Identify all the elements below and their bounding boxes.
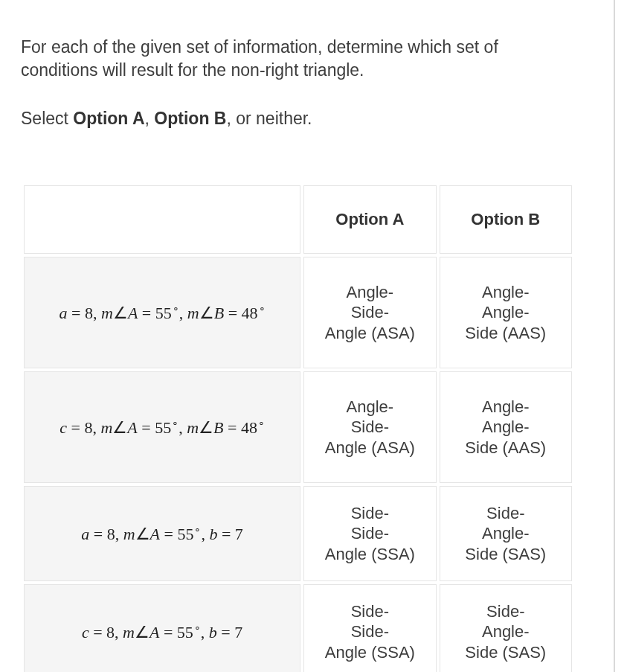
option-b-label: Angle-Angle-Side (AAS) xyxy=(465,397,546,458)
given-math: a = 8, m∠A = 55∘, b = 7 xyxy=(81,525,243,543)
table-row: a = 8, m∠A = 55∘, m∠B = 48∘ Angle-Side-A… xyxy=(24,257,572,368)
given-cell: a = 8, m∠A = 55∘, m∠B = 48∘ xyxy=(24,257,300,368)
prompt2-optA: Option A xyxy=(73,109,144,128)
table-row: c = 8, m∠A = 55∘, b = 7 Side-Side-Angle … xyxy=(24,584,572,672)
prompt2-optB: Option B xyxy=(154,109,226,128)
prompt2-sep: , xyxy=(145,109,155,128)
option-a-label: Angle-Side-Angle (ASA) xyxy=(325,282,415,344)
given-cell: c = 8, m∠A = 55∘, b = 7 xyxy=(24,584,300,672)
header-given xyxy=(24,185,300,254)
option-a-cell[interactable]: Angle-Side-Angle (ASA) xyxy=(303,257,436,368)
option-b-label: Side-Angle-Side (SAS) xyxy=(465,601,546,663)
table-row: a = 8, m∠A = 55∘, b = 7 Side-Side-Angle … xyxy=(24,486,572,581)
option-b-cell[interactable]: Angle-Angle-Side (AAS) xyxy=(440,257,572,368)
option-b-cell[interactable]: Side-Angle-Side (SAS) xyxy=(440,584,572,672)
conditions-table: Option A Option B a = 8, m∠A = 55∘, m∠B … xyxy=(21,182,575,672)
page-right-rule xyxy=(614,0,615,672)
option-a-label: Side-Side-Angle (SSA) xyxy=(325,503,415,565)
option-a-label: Angle-Side-Angle (ASA) xyxy=(325,397,415,458)
prompt2-post: , or neither. xyxy=(226,109,312,128)
table-row: c = 8, m∠A = 55∘, m∠B = 48∘ Angle-Side-A… xyxy=(24,371,572,483)
option-b-cell[interactable]: Angle-Angle-Side (AAS) xyxy=(440,371,572,483)
given-math: c = 8, m∠A = 55∘, m∠B = 48∘ xyxy=(60,418,265,437)
given-cell: a = 8, m∠A = 55∘, b = 7 xyxy=(24,486,300,581)
given-cell: c = 8, m∠A = 55∘, m∠B = 48∘ xyxy=(24,371,300,483)
option-b-label: Angle-Angle-Side (AAS) xyxy=(465,282,546,344)
option-a-cell[interactable]: Angle-Side-Angle (ASA) xyxy=(303,371,436,483)
header-option-b[interactable]: Option B xyxy=(440,185,572,254)
given-math: c = 8, m∠A = 55∘, b = 7 xyxy=(82,623,242,641)
table-header-row: Option A Option B xyxy=(24,185,572,254)
question-prompt-2: Select Option A, Option B, or neither. xyxy=(21,107,606,130)
prompt2-pre: Select xyxy=(21,109,73,128)
option-a-cell[interactable]: Side-Side-Angle (SSA) xyxy=(303,584,436,672)
question-prompt-1: For each of the given set of information… xyxy=(21,36,541,82)
option-a-label: Side-Side-Angle (SSA) xyxy=(325,601,415,663)
option-a-cell[interactable]: Side-Side-Angle (SSA) xyxy=(303,486,436,581)
option-b-label: Side-Angle-Side (SAS) xyxy=(465,503,546,565)
given-math: a = 8, m∠A = 55∘, m∠B = 48∘ xyxy=(60,304,266,322)
header-option-a[interactable]: Option A xyxy=(303,185,436,254)
option-b-cell[interactable]: Side-Angle-Side (SAS) xyxy=(440,486,572,581)
